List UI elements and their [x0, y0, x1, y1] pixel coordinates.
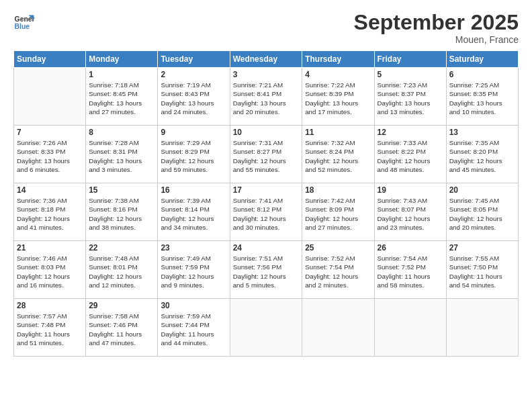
day-info: Sunrise: 7:35 AM Sunset: 8:20 PM Dayligh… — [449, 138, 515, 174]
day-number: 13 — [449, 128, 515, 137]
col-wednesday: Wednesday — [230, 51, 302, 68]
calendar-cell: 29Sunrise: 7:58 AM Sunset: 7:46 PM Dayli… — [86, 299, 158, 357]
day-info: Sunrise: 7:36 AM Sunset: 8:18 PM Dayligh… — [17, 196, 83, 232]
day-info: Sunrise: 7:25 AM Sunset: 8:35 PM Dayligh… — [449, 81, 515, 116]
calendar-cell: 13Sunrise: 7:35 AM Sunset: 8:20 PM Dayli… — [446, 126, 518, 183]
day-info: Sunrise: 7:51 AM Sunset: 7:56 PM Dayligh… — [233, 254, 300, 289]
day-number: 25 — [305, 243, 371, 253]
day-number: 17 — [233, 185, 300, 195]
logo-icon: General Blue — [13, 11, 35, 32]
day-number: 27 — [449, 243, 515, 253]
day-number: 15 — [89, 185, 154, 195]
day-info: Sunrise: 7:21 AM Sunset: 8:41 PM Dayligh… — [233, 81, 300, 116]
day-info: Sunrise: 7:46 AM Sunset: 8:03 PM Dayligh… — [17, 254, 83, 289]
calendar-cell: 19Sunrise: 7:43 AM Sunset: 8:07 PM Dayli… — [374, 183, 446, 241]
calendar-cell: 24Sunrise: 7:51 AM Sunset: 7:56 PM Dayli… — [230, 241, 302, 299]
day-number: 30 — [161, 301, 226, 310]
day-number: 24 — [233, 243, 300, 253]
calendar-cell: 26Sunrise: 7:54 AM Sunset: 7:52 PM Dayli… — [374, 241, 446, 299]
calendar-header: Sunday Monday Tuesday Wednesday Thursday… — [14, 51, 519, 68]
title-block: September 2025 Mouen, France — [354, 11, 519, 45]
day-number: 1 — [89, 70, 154, 79]
col-monday: Monday — [86, 51, 158, 68]
day-number: 4 — [305, 70, 371, 79]
day-number: 3 — [233, 70, 300, 79]
day-number: 22 — [89, 243, 154, 253]
day-info: Sunrise: 7:23 AM Sunset: 8:37 PM Dayligh… — [378, 81, 443, 116]
day-info: Sunrise: 7:52 AM Sunset: 7:54 PM Dayligh… — [305, 254, 371, 289]
calendar-cell: 6Sunrise: 7:25 AM Sunset: 8:35 PM Daylig… — [446, 68, 518, 126]
day-info: Sunrise: 7:41 AM Sunset: 8:12 PM Dayligh… — [233, 196, 300, 232]
col-saturday: Saturday — [446, 51, 518, 68]
day-info: Sunrise: 7:38 AM Sunset: 8:16 PM Dayligh… — [89, 196, 154, 232]
week-row-4: 21Sunrise: 7:46 AM Sunset: 8:03 PM Dayli… — [14, 241, 519, 299]
calendar-cell: 2Sunrise: 7:19 AM Sunset: 8:43 PM Daylig… — [158, 68, 230, 126]
day-number: 7 — [17, 128, 83, 137]
svg-text:Blue: Blue — [15, 23, 30, 30]
day-info: Sunrise: 7:55 AM Sunset: 7:50 PM Dayligh… — [449, 254, 515, 289]
day-number: 10 — [233, 128, 300, 137]
week-row-3: 14Sunrise: 7:36 AM Sunset: 8:18 PM Dayli… — [14, 183, 519, 241]
day-number: 12 — [378, 128, 443, 137]
day-info: Sunrise: 7:42 AM Sunset: 8:09 PM Dayligh… — [305, 196, 371, 232]
day-info: Sunrise: 7:31 AM Sunset: 8:27 PM Dayligh… — [233, 138, 300, 174]
day-info: Sunrise: 7:59 AM Sunset: 7:44 PM Dayligh… — [161, 312, 226, 347]
calendar-cell — [14, 68, 86, 126]
calendar-cell: 28Sunrise: 7:57 AM Sunset: 7:48 PM Dayli… — [14, 299, 86, 357]
page: General Blue September 2025 Mouen, Franc… — [0, 0, 532, 411]
day-info: Sunrise: 7:49 AM Sunset: 7:59 PM Dayligh… — [161, 254, 226, 289]
day-number: 29 — [89, 301, 154, 310]
logo: General Blue — [13, 11, 35, 32]
day-number: 6 — [449, 70, 515, 79]
calendar-cell: 3Sunrise: 7:21 AM Sunset: 8:41 PM Daylig… — [230, 68, 302, 126]
page-title: September 2025 — [354, 11, 519, 34]
calendar-cell: 21Sunrise: 7:46 AM Sunset: 8:03 PM Dayli… — [14, 241, 86, 299]
calendar-cell: 15Sunrise: 7:38 AM Sunset: 8:16 PM Dayli… — [86, 183, 158, 241]
calendar-body: 1Sunrise: 7:18 AM Sunset: 8:45 PM Daylig… — [14, 68, 519, 357]
day-info: Sunrise: 7:58 AM Sunset: 7:46 PM Dayligh… — [89, 312, 154, 347]
week-row-5: 28Sunrise: 7:57 AM Sunset: 7:48 PM Dayli… — [14, 299, 519, 357]
day-number: 21 — [17, 243, 83, 253]
day-number: 26 — [378, 243, 443, 253]
calendar-cell: 10Sunrise: 7:31 AM Sunset: 8:27 PM Dayli… — [230, 126, 302, 183]
col-sunday: Sunday — [14, 51, 86, 68]
day-info: Sunrise: 7:28 AM Sunset: 8:31 PM Dayligh… — [89, 138, 154, 174]
day-number: 9 — [161, 128, 226, 137]
day-number: 2 — [161, 70, 226, 79]
calendar-cell: 11Sunrise: 7:32 AM Sunset: 8:24 PM Dayli… — [302, 126, 374, 183]
calendar-cell: 18Sunrise: 7:42 AM Sunset: 8:09 PM Dayli… — [302, 183, 374, 241]
day-info: Sunrise: 7:26 AM Sunset: 8:33 PM Dayligh… — [17, 138, 83, 174]
col-thursday: Thursday — [302, 51, 374, 68]
calendar-table: Sunday Monday Tuesday Wednesday Thursday… — [13, 50, 519, 357]
calendar-cell: 27Sunrise: 7:55 AM Sunset: 7:50 PM Dayli… — [446, 241, 518, 299]
day-number: 8 — [89, 128, 154, 137]
calendar-cell: 25Sunrise: 7:52 AM Sunset: 7:54 PM Dayli… — [302, 241, 374, 299]
day-number: 23 — [161, 243, 226, 253]
week-row-2: 7Sunrise: 7:26 AM Sunset: 8:33 PM Daylig… — [14, 126, 519, 183]
day-info: Sunrise: 7:48 AM Sunset: 8:01 PM Dayligh… — [89, 254, 154, 289]
calendar-cell: 12Sunrise: 7:33 AM Sunset: 8:22 PM Dayli… — [374, 126, 446, 183]
calendar-cell: 23Sunrise: 7:49 AM Sunset: 7:59 PM Dayli… — [158, 241, 230, 299]
day-number: 20 — [449, 185, 515, 195]
calendar-cell: 14Sunrise: 7:36 AM Sunset: 8:18 PM Dayli… — [14, 183, 86, 241]
calendar-cell: 8Sunrise: 7:28 AM Sunset: 8:31 PM Daylig… — [86, 126, 158, 183]
calendar-cell: 9Sunrise: 7:29 AM Sunset: 8:29 PM Daylig… — [158, 126, 230, 183]
day-info: Sunrise: 7:54 AM Sunset: 7:52 PM Dayligh… — [378, 254, 443, 289]
day-number: 18 — [305, 185, 371, 195]
calendar-cell: 17Sunrise: 7:41 AM Sunset: 8:12 PM Dayli… — [230, 183, 302, 241]
calendar-cell: 30Sunrise: 7:59 AM Sunset: 7:44 PM Dayli… — [158, 299, 230, 357]
calendar-cell — [446, 299, 518, 357]
day-number: 14 — [17, 185, 83, 195]
page-subtitle: Mouen, France — [354, 34, 519, 45]
day-info: Sunrise: 7:19 AM Sunset: 8:43 PM Dayligh… — [161, 81, 226, 116]
day-info: Sunrise: 7:43 AM Sunset: 8:07 PM Dayligh… — [378, 196, 443, 232]
day-number: 16 — [161, 185, 226, 195]
week-row-1: 1Sunrise: 7:18 AM Sunset: 8:45 PM Daylig… — [14, 68, 519, 126]
day-info: Sunrise: 7:18 AM Sunset: 8:45 PM Dayligh… — [89, 81, 154, 116]
header: General Blue September 2025 Mouen, Franc… — [13, 11, 519, 45]
header-row: Sunday Monday Tuesday Wednesday Thursday… — [14, 51, 519, 68]
calendar-cell — [302, 299, 374, 357]
calendar-cell: 5Sunrise: 7:23 AM Sunset: 8:37 PM Daylig… — [374, 68, 446, 126]
col-friday: Friday — [374, 51, 446, 68]
day-info: Sunrise: 7:33 AM Sunset: 8:22 PM Dayligh… — [378, 138, 443, 174]
